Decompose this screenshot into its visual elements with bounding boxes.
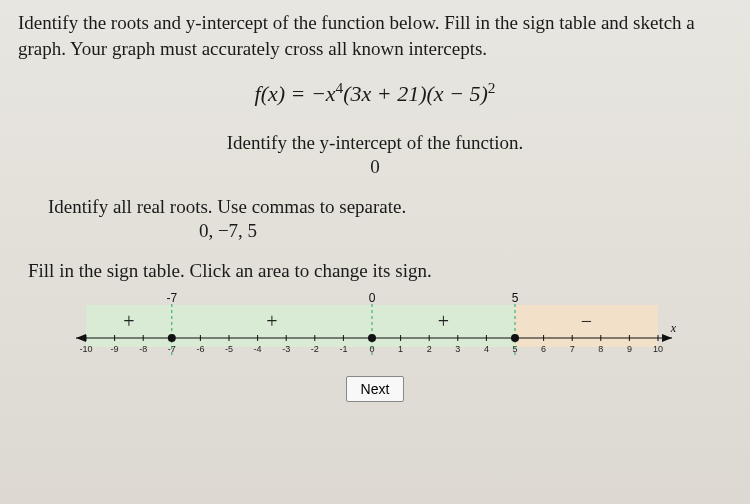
instructions-text: Identify the roots and y-intercept of th… [18,10,732,61]
signtable-prompt: Fill in the sign table. Click an area to… [28,260,732,282]
critical-label: 0 [369,291,376,305]
tick-label: 6 [541,344,546,354]
sign-table-svg[interactable]: +++−-10-9-8-7-6-5-4-3-2-1012345678910-70… [68,290,682,362]
arrow-right-icon [662,334,672,342]
yintercept-answer: 0 [18,156,732,178]
sign-table[interactable]: +++−-10-9-8-7-6-5-4-3-2-1012345678910-70… [68,290,682,366]
axis-label: x [670,321,677,335]
sign-label: + [438,310,449,332]
tick-label: 9 [627,344,632,354]
tick-label: -3 [282,344,290,354]
critical-label: -7 [166,291,177,305]
tick-label: -2 [311,344,319,354]
tick-label: 10 [653,344,663,354]
roots-answer: 0, −7, 5 [18,220,408,242]
tick-label: 7 [570,344,575,354]
critical-point [368,334,376,342]
tick-label: -9 [111,344,119,354]
critical-point [511,334,519,342]
sign-label: + [266,310,277,332]
sign-label: − [581,310,592,332]
sign-label: + [123,310,134,332]
tick-label: -4 [254,344,262,354]
function-equation: f(x) = −x4(3x + 21)(x − 5)2 [18,79,732,107]
critical-label: 5 [512,291,519,305]
tick-label: -10 [79,344,92,354]
next-button[interactable]: Next [346,376,405,402]
roots-prompt: Identify all real roots. Use commas to s… [48,196,732,218]
critical-point [168,334,176,342]
tick-label: 1 [398,344,403,354]
tick-label: 3 [455,344,460,354]
tick-label: 2 [427,344,432,354]
arrow-left-icon [76,334,86,342]
tick-label: 4 [484,344,489,354]
tick-label: -6 [196,344,204,354]
tick-label: -1 [339,344,347,354]
yintercept-prompt: Identify the y-intercept of the function… [18,132,732,154]
tick-label: -5 [225,344,233,354]
tick-label: -8 [139,344,147,354]
tick-label: 8 [598,344,603,354]
